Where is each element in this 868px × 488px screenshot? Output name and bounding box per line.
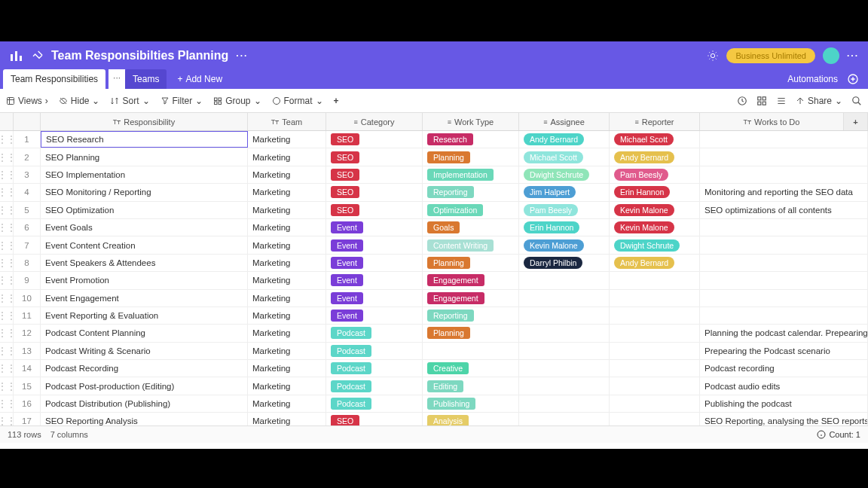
cell-works[interactable] <box>700 290 868 307</box>
header-team[interactable]: TᴛTeam <box>248 113 326 130</box>
cell-assignee[interactable] <box>519 377 610 394</box>
cell-responsibility[interactable]: SEO Monitoring / Reporting <box>41 184 248 200</box>
drag-handle-icon[interactable]: ⋮⋮ <box>0 202 14 218</box>
cell-responsibility[interactable]: Event Content Creation <box>41 236 248 253</box>
cell-responsibility[interactable]: SEO Planning <box>41 148 248 165</box>
cell-category[interactable]: Event <box>326 236 423 253</box>
drag-handle-icon[interactable]: ⋮⋮ <box>0 413 14 426</box>
cell-category[interactable]: SEO <box>326 413 423 426</box>
cell-team[interactable]: Marketing <box>248 290 326 307</box>
drag-handle-icon[interactable]: ⋮⋮ <box>0 307 14 324</box>
cell-reporter[interactable] <box>610 377 700 394</box>
cell-responsibility[interactable]: Podcast Post-production (Editing) <box>41 377 248 394</box>
cell-work-type[interactable]: Reporting <box>423 184 519 200</box>
cell-category[interactable]: Podcast <box>326 360 423 377</box>
cell-category[interactable]: SEO <box>326 202 423 218</box>
filter-button[interactable]: Filter ⌄ <box>160 96 203 106</box>
cell-work-type[interactable] <box>423 343 519 359</box>
cell-team[interactable]: Marketing <box>248 219 326 236</box>
automations-link[interactable]: Automations <box>787 74 838 84</box>
cell-category[interactable]: SEO <box>326 184 423 200</box>
cell-team[interactable]: Marketing <box>248 272 326 288</box>
cell-reporter[interactable]: Andy Bernard <box>610 148 700 165</box>
cell-assignee[interactable]: Michael Scott <box>519 148 610 165</box>
cell-reporter[interactable]: Kevin Malone <box>610 202 700 218</box>
cell-work-type[interactable]: Planning <box>423 255 519 271</box>
header-category[interactable]: ≡Category <box>326 113 423 130</box>
cell-category[interactable]: SEO <box>326 166 423 183</box>
cell-work-type[interactable]: Publishing <box>423 395 519 412</box>
drag-handle-icon[interactable]: ⋮⋮ <box>0 360 14 377</box>
cell-works[interactable] <box>700 236 868 253</box>
cell-assignee[interactable] <box>519 360 610 377</box>
drag-handle-icon[interactable]: ⋮⋮ <box>0 236 14 253</box>
cell-reporter[interactable] <box>610 343 700 359</box>
cell-work-type[interactable]: Goals <box>423 219 519 236</box>
header-assignee[interactable]: ≡Assignee <box>519 113 610 130</box>
pin-icon[interactable] <box>32 50 44 62</box>
cell-responsibility[interactable]: SEO Implementation <box>41 166 248 183</box>
drag-handle-icon[interactable]: ⋮⋮ <box>0 184 14 200</box>
table-row[interactable]: ⋮⋮17SEO Reporting AnalysisMarketingSEOAn… <box>0 413 868 426</box>
search-icon[interactable] <box>851 96 862 106</box>
cell-work-type[interactable]: Implementation <box>423 166 519 183</box>
avatar[interactable] <box>823 47 839 64</box>
cell-reporter[interactable]: Kevin Malone <box>610 219 700 236</box>
cell-responsibility[interactable]: Event Speakers & Attendees <box>41 255 248 271</box>
table-row[interactable]: ⋮⋮13Podcast Writing & ScenarioMarketingP… <box>0 343 868 360</box>
cell-assignee[interactable]: Jim Halpert <box>519 184 610 200</box>
toolbar-add-button[interactable]: + <box>334 96 339 106</box>
table-row[interactable]: ⋮⋮16Podcast Distribution (Publishing)Mar… <box>0 395 868 413</box>
cell-assignee[interactable] <box>519 343 610 359</box>
cell-assignee[interactable]: Darryl Philbin <box>519 255 610 271</box>
cell-work-type[interactable]: Research <box>423 131 519 148</box>
cell-responsibility[interactable]: Podcast Recording <box>41 360 248 377</box>
cell-assignee[interactable]: Dwight Schrute <box>519 166 610 183</box>
cell-category[interactable]: Event <box>326 219 423 236</box>
drag-handle-icon[interactable]: ⋮⋮ <box>0 131 14 148</box>
add-column-button[interactable]: + <box>844 113 868 130</box>
tab-teams[interactable]: Teams <box>125 69 167 89</box>
list-view-icon[interactable] <box>776 96 787 106</box>
cell-category[interactable]: Podcast <box>326 395 423 412</box>
table-row[interactable]: ⋮⋮1SEO ResearchMarketingSEOResearchAndy … <box>0 131 868 148</box>
cell-assignee[interactable] <box>519 307 610 324</box>
table-row[interactable]: ⋮⋮2SEO PlanningMarketingSEOPlanningMicha… <box>0 148 868 166</box>
cell-work-type[interactable]: Planning <box>423 148 519 165</box>
cell-works[interactable]: Prepearing the Podcast scenario <box>700 343 868 359</box>
table-row[interactable]: ⋮⋮10Event EngagementMarketingEventEngage… <box>0 290 868 307</box>
header-responsibility[interactable]: TᴛResponsibility <box>41 113 248 130</box>
cell-category[interactable]: Podcast <box>326 325 423 341</box>
cell-team[interactable]: Marketing <box>248 343 326 359</box>
cell-responsibility[interactable]: Podcast Distribution (Publishing) <box>41 395 248 412</box>
tab-team-responsibilities[interactable]: Team Responsibilities <box>3 69 105 89</box>
cell-works[interactable] <box>700 131 868 148</box>
cell-work-type[interactable]: Creative <box>423 360 519 377</box>
cell-reporter[interactable]: Pam Beesly <box>610 166 700 183</box>
cell-assignee[interactable]: Andy Bernard <box>519 131 610 148</box>
table-row[interactable]: ⋮⋮15Podcast Post-production (Editing)Mar… <box>0 377 868 395</box>
cell-category[interactable]: Event <box>326 290 423 307</box>
cell-team[interactable]: Marketing <box>248 307 326 324</box>
cell-reporter[interactable] <box>610 272 700 288</box>
cell-category[interactable]: Event <box>326 272 423 288</box>
group-button[interactable]: Group ⌄ <box>213 96 261 106</box>
cell-category[interactable]: SEO <box>326 131 423 148</box>
cell-assignee[interactable]: Kevin Malone <box>519 236 610 253</box>
cell-work-type[interactable]: Engagement <box>423 272 519 288</box>
cell-works[interactable]: Podcast recording <box>700 360 868 377</box>
cell-reporter[interactable]: Michael Scott <box>610 131 700 148</box>
header-work-type[interactable]: ≡Work Type <box>423 113 519 130</box>
plan-badge[interactable]: Business Unlimited <box>726 48 815 63</box>
cell-assignee[interactable] <box>519 325 610 341</box>
tab-more-icon[interactable]: ··· <box>108 69 125 89</box>
cell-responsibility[interactable]: SEO Research <box>41 131 248 148</box>
cell-reporter[interactable] <box>610 290 700 307</box>
cell-work-type[interactable]: Planning <box>423 325 519 341</box>
cell-responsibility[interactable]: Event Goals <box>41 219 248 236</box>
cell-works[interactable] <box>700 255 868 271</box>
cell-reporter[interactable] <box>610 413 700 426</box>
cell-assignee[interactable] <box>519 413 610 426</box>
cell-reporter[interactable]: Andy Bernard <box>610 255 700 271</box>
cell-team[interactable]: Marketing <box>248 148 326 165</box>
